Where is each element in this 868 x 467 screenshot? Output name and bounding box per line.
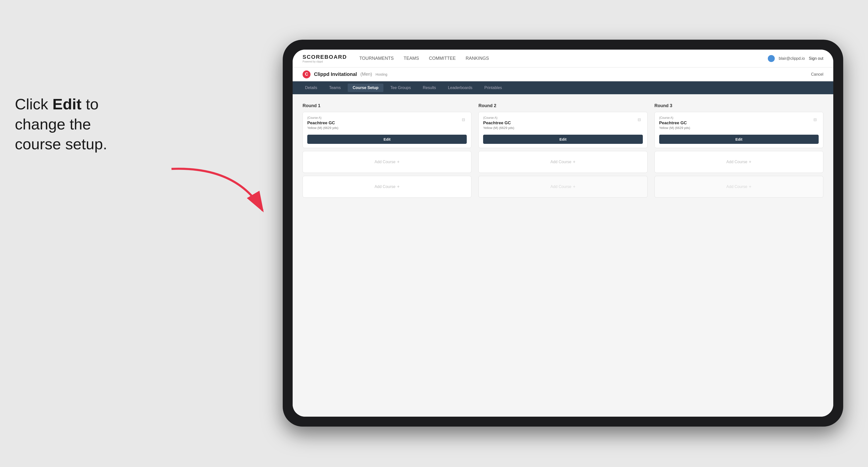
tournament-name: Clippd Invitational	[314, 71, 357, 77]
round-3-course-name: Peachtree GC	[659, 121, 812, 125]
main-content: Round 1 (Course A) Peachtree GC Yellow (…	[292, 94, 833, 417]
logo-text: SCOREBOARD	[303, 54, 347, 60]
round-2-course-details: Yellow (M) (6629 yds)	[483, 126, 636, 130]
round-1-course-name: Peachtree GC	[307, 121, 460, 125]
round-2-course-card: (Course A) Peachtree GC Yellow (M) (6629…	[478, 112, 647, 148]
round-3-add-course-2-plus: +	[749, 184, 751, 189]
round-1-add-course-2-label: Add Course	[374, 185, 396, 189]
round-1-add-course-1-label: Add Course	[374, 160, 396, 164]
sign-out-link[interactable]: Sign out	[809, 56, 824, 61]
round-2-add-course-1-label: Add Course	[550, 160, 571, 164]
tab-leaderboards[interactable]: Leaderboards	[443, 84, 477, 92]
tab-printables[interactable]: Printables	[479, 84, 507, 92]
round-2-title: Round 2	[478, 103, 647, 108]
sub-header-left: C Clippd Invitational (Men) Hosting	[303, 70, 388, 79]
nav-right: blair@clippd.io Sign out	[768, 55, 824, 62]
instruction-bold: Edit	[53, 95, 82, 113]
top-navbar: SCOREBOARD Powered by clippd TOURNAMENTS…	[292, 50, 833, 67]
round-1-add-course-1[interactable]: Add Course +	[303, 151, 471, 173]
hosting-badge: Hosting	[375, 72, 387, 76]
round-2-column: Round 2 (Course A) Peachtree GC Yellow (…	[478, 103, 647, 200]
round-2-add-course-1-plus: +	[573, 159, 576, 165]
round-2-card-header: (Course A) Peachtree GC Yellow (M) (6629…	[483, 116, 643, 133]
user-avatar	[768, 55, 775, 62]
tablet-screen: SCOREBOARD Powered by clippd TOURNAMENTS…	[292, 50, 833, 417]
round-2-add-course-2: Add Course +	[478, 176, 647, 198]
user-email: blair@clippd.io	[779, 56, 805, 61]
round-3-add-course-1-plus: +	[749, 159, 751, 165]
instruction-line1: Click	[15, 95, 53, 113]
gender-label: (Men)	[360, 72, 372, 77]
round-3-add-course-1-label: Add Course	[726, 160, 747, 164]
tab-details[interactable]: Details	[300, 84, 322, 92]
round-1-course-label: (Course A)	[307, 116, 460, 120]
round-1-edit-button[interactable]: Edit	[307, 135, 467, 144]
round-1-title: Round 1	[303, 103, 471, 108]
round-3-add-course-2-label: Add Course	[726, 185, 747, 189]
round-2-course-info: (Course A) Peachtree GC Yellow (M) (6629…	[483, 116, 636, 133]
nav-committee[interactable]: COMMITTEE	[429, 56, 456, 61]
arrow-indicator	[164, 164, 268, 216]
round-2-course-name: Peachtree GC	[483, 121, 636, 125]
round-1-add-course-2-plus: +	[397, 184, 400, 189]
round-1-delete-icon[interactable]: ⊟	[460, 116, 467, 123]
sub-header: C Clippd Invitational (Men) Hosting Canc…	[292, 67, 833, 81]
tab-bar: Details Teams Course Setup Tee Groups Re…	[292, 81, 833, 94]
round-3-edit-button[interactable]: Edit	[659, 135, 819, 144]
round-2-edit-button[interactable]: Edit	[483, 135, 643, 144]
round-1-course-card: (Course A) Peachtree GC Yellow (M) (6629…	[303, 112, 471, 148]
round-3-add-course-1[interactable]: Add Course +	[654, 151, 824, 173]
nav-teams[interactable]: TEAMS	[404, 56, 419, 61]
nav-tournaments[interactable]: TOURNAMENTS	[359, 56, 394, 61]
clippd-logo: C	[303, 70, 310, 79]
tab-tee-groups[interactable]: Tee Groups	[385, 84, 416, 92]
round-3-course-label: (Course A)	[659, 116, 812, 120]
round-1-add-course-1-plus: +	[397, 159, 400, 165]
round-2-add-course-2-plus: +	[573, 184, 576, 189]
tab-results[interactable]: Results	[418, 84, 441, 92]
round-3-delete-icon[interactable]: ⊟	[812, 116, 819, 123]
tab-course-setup[interactable]: Course Setup	[348, 84, 383, 92]
round-3-course-details: Yellow (M) (6629 yds)	[659, 126, 812, 130]
logo-sub: Powered by clippd	[303, 60, 347, 63]
round-1-column: Round 1 (Course A) Peachtree GC Yellow (…	[303, 103, 471, 200]
nav-links: TOURNAMENTS TEAMS COMMITTEE RANKINGS	[359, 56, 489, 61]
instruction-text: Click Edit tochange thecourse setup.	[15, 94, 107, 154]
round-2-add-course-1[interactable]: Add Course +	[478, 151, 647, 173]
round-3-column: Round 3 (Course A) Peachtree GC Yellow (…	[654, 103, 824, 200]
round-3-card-header: (Course A) Peachtree GC Yellow (M) (6629…	[659, 116, 819, 133]
round-1-course-details: Yellow (M) (6629 yds)	[307, 126, 460, 130]
cancel-button[interactable]: Cancel	[811, 72, 824, 76]
tablet-device: SCOREBOARD Powered by clippd TOURNAMENTS…	[283, 40, 843, 427]
nav-left: SCOREBOARD Powered by clippd TOURNAMENTS…	[303, 54, 489, 63]
rounds-container: Round 1 (Course A) Peachtree GC Yellow (…	[303, 103, 824, 200]
round-1-course-info: (Course A) Peachtree GC Yellow (M) (6629…	[307, 116, 460, 133]
round-2-add-course-2-label: Add Course	[550, 185, 571, 189]
round-2-course-label: (Course A)	[483, 116, 636, 120]
tab-teams[interactable]: Teams	[324, 84, 346, 92]
round-2-delete-icon[interactable]: ⊟	[636, 116, 643, 123]
round-1-card-header: (Course A) Peachtree GC Yellow (M) (6629…	[307, 116, 467, 133]
round-3-title: Round 3	[654, 103, 824, 108]
round-3-add-course-2: Add Course +	[654, 176, 824, 198]
round-1-add-course-2[interactable]: Add Course +	[303, 176, 471, 198]
round-3-course-card: (Course A) Peachtree GC Yellow (M) (6629…	[654, 112, 824, 148]
nav-rankings[interactable]: RANKINGS	[466, 56, 489, 61]
logo-area: SCOREBOARD Powered by clippd	[303, 54, 347, 63]
round-3-course-info: (Course A) Peachtree GC Yellow (M) (6629…	[659, 116, 812, 133]
